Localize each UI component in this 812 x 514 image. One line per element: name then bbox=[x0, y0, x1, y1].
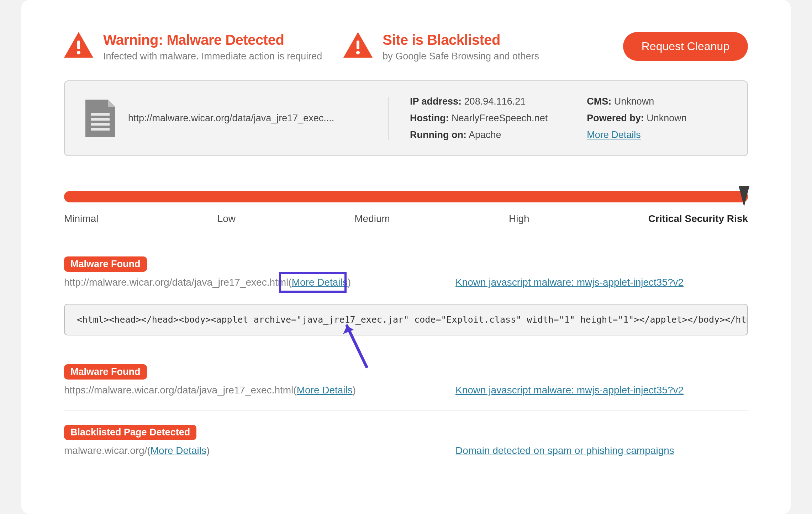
finding-row: http://malware.wicar.org/data/java_jre17… bbox=[64, 277, 748, 288]
site-more-details-link[interactable]: More Details bbox=[587, 129, 641, 140]
risk-level-critical: Critical Security Risk bbox=[648, 213, 748, 224]
paren-open: ( bbox=[293, 385, 296, 396]
site-info-col-1: IP address: 208.94.116.21 Hosting: Nearl… bbox=[410, 96, 548, 141]
vertical-separator bbox=[388, 97, 389, 140]
svg-rect-0 bbox=[77, 41, 80, 49]
risk-level-low: Low bbox=[217, 213, 236, 224]
finding-badge: Malware Found bbox=[64, 364, 147, 380]
finding-more-details-link[interactable]: More Details bbox=[151, 445, 206, 456]
finding-block: Malware Foundhttps://malware.wicar.org/d… bbox=[64, 364, 748, 410]
threat-link[interactable]: Domain detected on spam or phishing camp… bbox=[455, 445, 674, 456]
risk-bar-fill bbox=[64, 191, 748, 202]
warning-subtitle: Infected with malware. Immediate action … bbox=[103, 51, 322, 62]
finding-url: https://malware.wicar.org/data/java_jre1… bbox=[64, 385, 293, 396]
finding-url: http://malware.wicar.org/data/java_jre17… bbox=[64, 277, 288, 288]
alert-triangle-icon bbox=[343, 32, 373, 58]
risk-level-minimal: Minimal bbox=[64, 213, 98, 224]
malware-code-snippet: <html><head></head><body><applet archive… bbox=[64, 304, 748, 335]
finding-more-details-link[interactable]: More Details bbox=[292, 277, 348, 288]
svg-rect-4 bbox=[91, 113, 110, 116]
finding-block: Malware Foundhttp://malware.wicar.org/da… bbox=[64, 256, 748, 350]
alert-triangle-icon bbox=[64, 32, 93, 58]
scanned-url: http://malware.wicar.org/data/java_jre17… bbox=[128, 113, 334, 124]
finding-more-details-link[interactable]: More Details bbox=[297, 385, 353, 396]
warning-subtitle: by Google Safe Browsing and others bbox=[383, 51, 539, 62]
warning-title: Warning: Malware Detected bbox=[103, 32, 322, 48]
warning-title: Site is Blacklisted bbox=[383, 32, 539, 48]
svg-rect-6 bbox=[91, 123, 110, 126]
threat-link[interactable]: Known javascript malware: mwjs-applet-in… bbox=[455, 277, 684, 288]
svg-rect-7 bbox=[91, 128, 110, 131]
warnings-row: Warning: Malware Detected Infected with … bbox=[64, 32, 748, 62]
paren-open: ( bbox=[147, 445, 150, 456]
risk-pointer-icon bbox=[739, 186, 749, 207]
svg-rect-2 bbox=[357, 41, 359, 49]
risk-level-high: High bbox=[509, 213, 529, 224]
paren-close: ) bbox=[348, 277, 351, 288]
finding-row: https://malware.wicar.org/data/java_jre1… bbox=[64, 385, 748, 396]
request-cleanup-button[interactable]: Request Cleanup bbox=[623, 32, 748, 61]
finding-block: Blacklisted Page Detectedmalware.wicar.o… bbox=[64, 425, 748, 471]
svg-point-3 bbox=[356, 51, 360, 54]
warning-malware: Warning: Malware Detected Infected with … bbox=[64, 32, 322, 62]
risk-meter: Minimal Low Medium High Critical Securit… bbox=[64, 191, 748, 224]
finding-url: malware.wicar.org/ bbox=[64, 445, 147, 456]
site-info-panel: http://malware.wicar.org/data/java_jre17… bbox=[64, 80, 748, 156]
finding-badge: Blacklisted Page Detected bbox=[64, 425, 196, 440]
threat-link[interactable]: Known javascript malware: mwjs-applet-in… bbox=[455, 385, 684, 396]
finding-badge: Malware Found bbox=[64, 256, 147, 272]
paren-close: ) bbox=[353, 385, 356, 396]
finding-row: malware.wicar.org/ (More Details)Domain … bbox=[64, 445, 748, 456]
paren-open: ( bbox=[288, 277, 291, 288]
warning-blacklist: Site is Blacklisted by Google Safe Brows… bbox=[343, 32, 539, 62]
svg-point-1 bbox=[77, 51, 80, 54]
svg-rect-5 bbox=[91, 118, 110, 121]
site-info-col-2: CMS: Unknown Powered by: Unknown More De… bbox=[587, 96, 687, 141]
document-icon bbox=[85, 100, 115, 137]
paren-close: ) bbox=[206, 445, 210, 456]
risk-level-medium: Medium bbox=[354, 213, 390, 224]
